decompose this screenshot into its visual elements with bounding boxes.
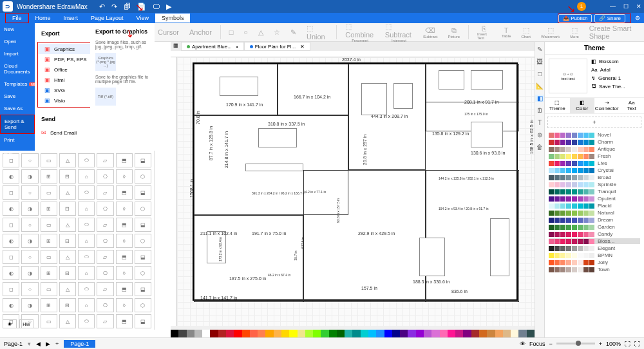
shape-stencil[interactable]: ⌂ bbox=[78, 266, 95, 280]
palette-row[interactable]: Antique bbox=[549, 146, 640, 152]
color-swatch[interactable] bbox=[368, 330, 376, 337]
file-menu-item[interactable]: Save bbox=[0, 90, 35, 102]
page-add[interactable]: + bbox=[55, 341, 59, 347]
shape-stencil[interactable]: ⎔ bbox=[97, 234, 113, 248]
shape-stencil[interactable]: ⎔ bbox=[97, 298, 113, 312]
palette-row[interactable]: Placid bbox=[549, 203, 640, 209]
right-tool-icon[interactable]: 📐 bbox=[536, 82, 544, 90]
shape-stencil[interactable]: ▱ bbox=[97, 314, 113, 328]
export-graphics-button[interactable]: Graphics (*.png *.jpg ...) bbox=[95, 53, 116, 71]
page-prev[interactable]: ◀ bbox=[36, 341, 41, 347]
color-swatch[interactable] bbox=[352, 330, 360, 337]
color-swatch[interactable] bbox=[210, 330, 218, 337]
shape-stencil[interactable]: ◐ bbox=[3, 298, 19, 312]
shape-stencil[interactable]: ⬭ bbox=[78, 153, 95, 167]
shape-stencil[interactable]: ⬭ bbox=[78, 282, 95, 296]
shape-stencil[interactable]: ◑ bbox=[21, 298, 38, 312]
color-swatch[interactable] bbox=[400, 330, 408, 337]
palette-row[interactable]: Dream bbox=[549, 217, 640, 223]
menu-file[interactable]: File bbox=[5, 13, 29, 23]
theme-preview[interactable]: ⬭→⬭text text bbox=[549, 59, 587, 93]
theme-subtab[interactable]: ◧Color bbox=[570, 98, 595, 113]
shape-stencil[interactable]: ▱ bbox=[97, 153, 113, 167]
ribbon-tool[interactable]: ⬚Chart bbox=[518, 26, 534, 39]
publish-button[interactable]: 📤 Publish bbox=[558, 14, 592, 23]
shape-stencil[interactable]: ▭ bbox=[41, 153, 57, 167]
ribbon-tool[interactable]: ⧉Picture bbox=[444, 26, 463, 39]
color-swatch[interactable] bbox=[298, 330, 305, 337]
shape-stencil[interactable]: ◊ bbox=[116, 169, 133, 184]
shape-stencil[interactable]: ▭ bbox=[41, 218, 57, 232]
shape-stencil[interactable]: ▭ bbox=[41, 250, 57, 264]
palette-row[interactable]: Charm bbox=[549, 139, 640, 145]
color-swatch[interactable] bbox=[313, 330, 321, 337]
shape-stencil[interactable]: ⬒ bbox=[116, 282, 133, 296]
shape-stencil[interactable]: ▱ bbox=[97, 282, 113, 296]
color-swatch[interactable] bbox=[226, 330, 234, 337]
shape-stencil[interactable]: △ bbox=[59, 250, 76, 264]
ribbon-tool[interactable]: ⬚ CombineFragment bbox=[342, 23, 378, 42]
shape-stencil[interactable]: ⊞ bbox=[41, 202, 57, 216]
shape-stencil[interactable]: ⊟ bbox=[59, 202, 76, 216]
share-button[interactable]: 🔗 Share bbox=[594, 14, 625, 23]
notification-badge[interactable]: 1 bbox=[577, 2, 586, 11]
file-menu-item[interactable]: Open bbox=[0, 35, 35, 48]
shape-stencil[interactable]: △ bbox=[59, 314, 76, 328]
ribbon-tool[interactable]: ✎ bbox=[287, 28, 299, 37]
qat-icon[interactable]: 🗐 bbox=[124, 3, 131, 11]
color-swatch[interactable] bbox=[187, 330, 194, 337]
shape-stencil[interactable]: ⬓ bbox=[135, 185, 151, 200]
shape-stencil[interactable]: ⊟ bbox=[59, 169, 76, 184]
color-swatch[interactable] bbox=[281, 330, 289, 337]
theme-option[interactable]: ↯General 1 bbox=[591, 75, 625, 81]
shape-stencil[interactable]: ◊ bbox=[116, 266, 133, 280]
palette-row[interactable]: Broad bbox=[549, 174, 640, 180]
palette-row[interactable]: Fresh bbox=[549, 153, 640, 159]
shape-stencil[interactable]: ⊟ bbox=[59, 298, 76, 312]
shape-stencil[interactable]: ◊ bbox=[116, 234, 133, 248]
zoom-slider[interactable] bbox=[556, 343, 595, 344]
shape-stencil[interactable]: ⊟ bbox=[59, 234, 76, 248]
shape-stencil[interactable]: ○ bbox=[21, 218, 38, 232]
zoom-in[interactable]: + bbox=[599, 341, 602, 347]
color-swatch[interactable] bbox=[408, 330, 415, 337]
color-swatch[interactable] bbox=[448, 330, 455, 337]
palette-row[interactable]: Opulent bbox=[549, 196, 640, 202]
ribbon-tool[interactable]: ○ bbox=[240, 28, 251, 36]
color-swatch[interactable] bbox=[455, 330, 463, 337]
right-tool-icon[interactable]: ◧ bbox=[535, 95, 544, 102]
shape-stencil[interactable]: ◊ bbox=[116, 202, 133, 216]
shape-stencil[interactable]: ⬓ bbox=[135, 153, 151, 167]
palette-row[interactable]: Natural bbox=[549, 210, 640, 216]
shape-stencil[interactable]: ⬡ bbox=[135, 169, 151, 184]
color-swatch[interactable] bbox=[361, 330, 368, 337]
file-menu-item[interactable]: Save As bbox=[0, 102, 35, 115]
file-menu-item[interactable]: Cloud Documents bbox=[0, 60, 35, 78]
color-swatch[interactable] bbox=[495, 330, 503, 337]
theme-subtab[interactable]: ⇢Connector bbox=[594, 98, 620, 113]
shape-stencil[interactable]: ⎔ bbox=[97, 202, 113, 216]
shape-stencil[interactable]: △ bbox=[59, 153, 76, 167]
shape-stencil[interactable]: ◑ bbox=[21, 234, 38, 248]
color-swatch[interactable] bbox=[321, 330, 328, 337]
color-swatch[interactable] bbox=[527, 330, 535, 337]
color-swatch[interactable] bbox=[479, 330, 487, 337]
shape-stencil[interactable]: ◻ bbox=[3, 185, 19, 200]
shape-stencil[interactable]: ⬒ bbox=[116, 250, 133, 264]
shape-stencil[interactable]: ⬭ bbox=[78, 218, 95, 232]
ribbon-tool[interactable]: ⬚Watermark bbox=[538, 26, 563, 39]
color-swatch[interactable] bbox=[503, 330, 511, 337]
right-tool-icon[interactable]: T bbox=[538, 119, 542, 126]
file-menu-item[interactable]: Export & Send bbox=[0, 115, 35, 134]
file-menu-item[interactable]: New bbox=[0, 23, 35, 35]
shape-stencil[interactable]: ◐ bbox=[3, 266, 19, 280]
shape-stencil[interactable]: ▭ bbox=[41, 185, 57, 200]
page-select[interactable]: Page-1 bbox=[4, 341, 23, 347]
shapes-collapse-icon[interactable]: ◉ bbox=[3, 319, 17, 328]
theme-subtab[interactable]: AaText bbox=[620, 98, 645, 113]
ribbon-tool[interactable]: △ bbox=[255, 28, 267, 37]
palette-row[interactable]: Elegant bbox=[549, 245, 640, 251]
palette-row[interactable]: Garden bbox=[549, 224, 640, 230]
shape-stencil[interactable]: ◊ bbox=[116, 298, 133, 312]
window-control[interactable]: — bbox=[610, 3, 616, 10]
